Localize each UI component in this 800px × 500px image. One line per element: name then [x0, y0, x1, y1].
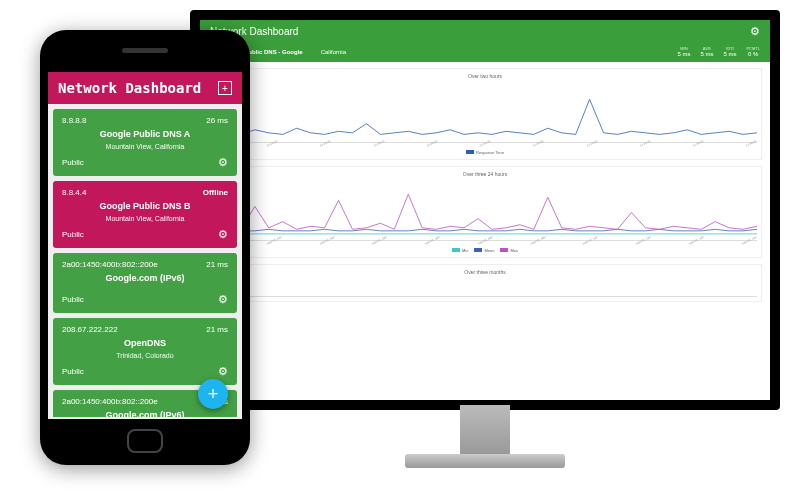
host-location: Trinidad, Colorado — [62, 352, 228, 359]
mobile-screen: Network Dashboard + 8.8.8.826 msGoogle P… — [48, 72, 242, 419]
gear-icon[interactable]: ⚙ — [218, 293, 228, 306]
host-name: Google.com (IPv6) — [62, 410, 228, 417]
category-tab-active[interactable]: Public DNS - Google — [244, 49, 302, 55]
monitor-stand — [460, 405, 510, 455]
add-icon[interactable]: + — [218, 81, 232, 95]
stats-group: MIN5 ms AVG5 ms STD5 ms PCMTL0 % — [677, 47, 760, 58]
chart-legend-1: MinMeanMax — [213, 248, 757, 253]
desktop-subheader: Public Public DNS - Google California MI… — [200, 43, 770, 62]
host-status: Offline — [203, 188, 228, 197]
host-status: 21 ms — [206, 260, 228, 269]
mobile-header: Network Dashboard + — [48, 72, 242, 104]
host-name: Google.com (IPv6) — [62, 273, 228, 283]
gear-icon[interactable]: ⚙ — [750, 25, 760, 38]
host-name: Google Public DNS B — [62, 201, 228, 211]
chart-title: Over three months — [213, 269, 757, 275]
host-ip: 2a00:1450:400b:802::200e — [62, 260, 158, 269]
chart-xaxis-0: 10:00:4510:10:4510:20:4510:30:4510:40:45… — [213, 144, 757, 148]
stat-avg: AVG5 ms — [700, 47, 713, 58]
host-status: 21 ms — [206, 325, 228, 334]
chart-title: Over two hours — [213, 73, 757, 79]
chart-area — [213, 179, 757, 241]
desktop-header: Network Dashboard ⚙ — [200, 20, 770, 43]
desktop-monitor: Network Dashboard ⚙ Public Public DNS - … — [190, 10, 780, 410]
gear-icon[interactable]: ⚙ — [218, 365, 228, 378]
host-card[interactable]: 8.8.8.826 msGoogle Public DNS AMountain … — [53, 109, 237, 176]
monitor-base — [405, 454, 565, 468]
chart-xaxis-1: wed 03. 20hwed 03. 22hwed 04. 00hwed 04.… — [213, 242, 757, 246]
chart-panel-3mo: Over three months — [208, 264, 762, 302]
chart-title: Over three 24 hours — [213, 171, 757, 177]
host-ip: 8.8.4.4 — [62, 188, 86, 197]
host-ip: 208.67.222.222 — [62, 325, 118, 334]
home-button[interactable] — [127, 429, 163, 453]
stat-min: MIN5 ms — [677, 47, 690, 58]
host-category: Public — [62, 367, 84, 376]
host-ip: 2a00:1450:400b:802::200e — [62, 397, 158, 406]
mobile-phone: Network Dashboard + 8.8.8.826 msGoogle P… — [40, 30, 250, 465]
chart-area — [213, 81, 757, 143]
host-category: Public — [62, 295, 84, 304]
stat-std: STD5 ms — [723, 47, 736, 58]
host-name: OpenDNS — [62, 338, 228, 348]
host-location: Mountain View, California — [62, 215, 228, 222]
gear-icon[interactable]: ⚙ — [218, 156, 228, 169]
host-ip: 8.8.8.8 — [62, 116, 86, 125]
host-status: 26 ms — [206, 116, 228, 125]
chart-legend-0: Response Time — [213, 150, 757, 155]
desktop-screen: Network Dashboard ⚙ Public Public DNS - … — [200, 20, 770, 400]
category-tab[interactable]: California — [321, 49, 346, 55]
gear-icon[interactable]: ⚙ — [218, 228, 228, 241]
host-card[interactable]: 2a00:1450:400b:802::200e21 msGoogle.com … — [53, 253, 237, 313]
chart-svg-0 — [213, 81, 757, 142]
app-title: Network Dashboard — [58, 80, 201, 96]
host-category: Public — [62, 158, 84, 167]
host-name: Google Public DNS A — [62, 129, 228, 139]
stat-pcmtl: PCMTL0 % — [746, 47, 760, 58]
chart-area — [213, 277, 757, 297]
host-category: Public — [62, 230, 84, 239]
chart-panel-2h: Over two hours 10:00:4510:10:4510:20:451… — [208, 68, 762, 160]
chart-panel-24h: Over three 24 hours wed 03. 20hwed 03. 2… — [208, 166, 762, 258]
chart-svg-1 — [213, 179, 757, 240]
host-location: Mountain View, California — [62, 143, 228, 150]
fab-add-button[interactable]: + — [198, 379, 228, 409]
card-list[interactable]: 8.8.8.826 msGoogle Public DNS AMountain … — [48, 104, 242, 417]
host-card[interactable]: 208.67.222.22221 msOpenDNSTrinidad, Colo… — [53, 318, 237, 385]
host-card[interactable]: 8.8.4.4OfflineGoogle Public DNS BMountai… — [53, 181, 237, 248]
